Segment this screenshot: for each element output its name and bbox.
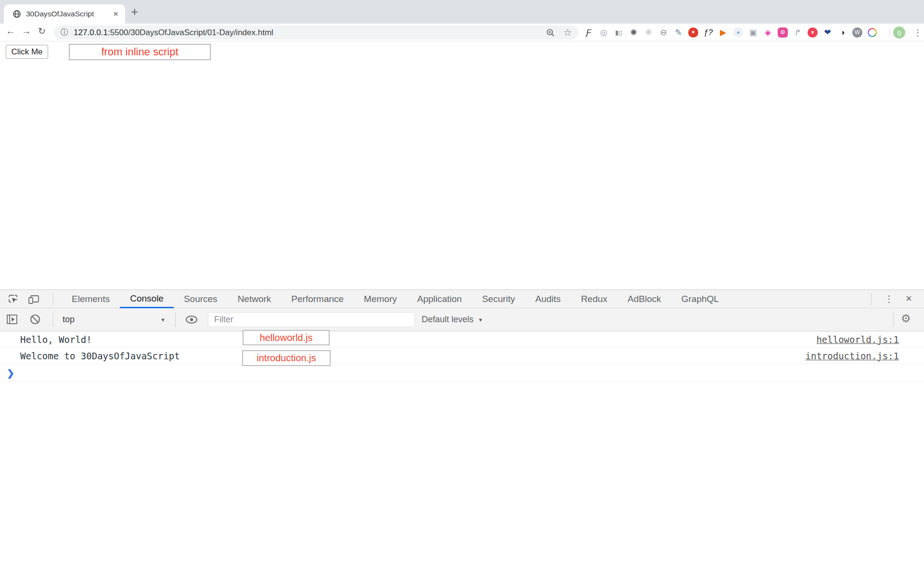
console-message-text: Welcome to 30DaysOfJavaScript [20,351,806,361]
console-prompt-chevron-icon: ❯ [7,368,14,379]
ext-dark-moon-icon[interactable]: ◑ [835,24,850,41]
execution-context-select[interactable]: top ▼ [57,308,171,331]
console-source-link[interactable]: helloworld.js:1 [816,334,899,345]
toolbar-separator [889,28,890,37]
devtools-close-icon[interactable]: × [906,292,912,305]
url-path: :5500/30DaysOfJavaScript/01-Day/index.ht… [108,28,273,37]
console-separator [53,312,53,327]
devtools-tab-audits[interactable]: Audits [525,290,571,308]
context-label: top [63,315,75,325]
browser-toolbar: ← → ↻ ⓘ 127.0.0.1:5500/30DaysOfJavaScrip… [0,24,924,41]
log-levels-label: Default levels [422,315,474,325]
devtools-tab-performance[interactable]: Performance [281,290,354,308]
chevron-down-icon: ▼ [160,317,166,323]
new-tab-button[interactable]: + [131,4,138,19]
ext-camera-icon[interactable]: ▣ [745,24,760,41]
console-message-row: Welcome to 30DaysOfJavaScriptintroductio… [0,348,924,364]
inline-script-box: from inline script [69,44,211,60]
ext-font-question-icon[interactable]: ƒ? [701,24,716,41]
ext-arrows-icon[interactable]: ↱ [790,24,805,41]
site-info-icon[interactable]: ⓘ [61,27,68,38]
browser-tab[interactable]: 30DaysOfJavaScript × [4,4,125,24]
ext-columns-icon[interactable]: ▮▯ [611,24,626,41]
devtools-tab-redux[interactable]: Redux [571,290,617,308]
chevron-down-icon: ▼ [478,317,483,323]
devtools-tab-sources[interactable]: Sources [174,290,228,308]
devtools-tab-security[interactable]: Security [472,290,526,308]
device-toolbar-icon[interactable] [27,293,40,305]
page-content: Click Me from inline script [0,42,924,289]
devtools-separator [871,293,872,305]
ext-graphql-icon[interactable]: ◈ [760,24,775,41]
ext-circled-dash-icon[interactable]: ⊖ [656,24,671,41]
clear-console-icon[interactable] [29,314,41,325]
url-host: 127.0.0.1 [74,28,108,37]
console-settings-gear-icon[interactable]: ⚙ [901,312,911,325]
bookmark-star-icon[interactable]: ☆ [564,27,572,38]
devtools-tab-memory[interactable]: Memory [354,290,407,308]
ext-megaphone-icon[interactable]: ▶ [716,24,731,41]
ext-target-icon[interactable]: ◎ [596,24,611,41]
browser-menu-icon[interactable]: ⋮ [913,27,922,38]
forward-icon[interactable]: → [22,26,31,37]
devtools-menu-icon[interactable]: ⋮ [885,293,894,304]
console-messages: Hello, World!helloworld.js:1Welcome to 3… [0,331,924,364]
console-separator [893,312,894,327]
address-bar[interactable]: ⓘ 127.0.0.1:5500/30DaysOfJavaScript/01-D… [54,26,578,39]
live-expression-eye-icon[interactable] [185,315,198,324]
globe-favicon-icon [13,10,21,18]
log-levels-select[interactable]: Default levels ▼ [422,308,483,331]
devtools-panel: ElementsConsoleSourcesNetworkPerformance… [0,289,924,578]
ext-fontface-icon[interactable]: Ƒ [581,24,596,41]
click-me-button[interactable]: Click Me [6,45,48,59]
profile-avatar[interactable]: {} [893,26,905,39]
ext-gear-box-icon[interactable]: ⚙ [775,24,790,41]
inspect-element-icon[interactable] [7,293,19,305]
devtools-tab-elements[interactable]: Elements [62,290,120,308]
ext-color-ring-icon[interactable] [865,24,880,41]
devtools-tab-network[interactable]: Network [228,290,282,308]
devtools-tab-graphql[interactable]: GraphQL [671,290,729,308]
reload-icon[interactable]: ↻ [38,26,46,37]
ext-flower-icon[interactable]: ❋ [641,24,656,41]
console-toolbar: top ▼ Default levels ▼ ⚙ [0,308,924,331]
console-source-link[interactable]: introduction.js:1 [806,351,899,361]
devtools-separator [53,293,53,305]
ext-eyedropper-icon[interactable]: ✎ [671,24,686,41]
ext-heart-search-icon[interactable]: ❤ [820,24,835,41]
tab-close-icon[interactable]: × [111,9,120,19]
devtools-tab-adblock[interactable]: AdBlock [617,290,671,308]
console-sidebar-toggle-icon[interactable] [6,314,18,325]
browser-tab-strip: 30DaysOfJavaScript × + [0,0,924,24]
browser-window: 30DaysOfJavaScript × + ← → ↻ ⓘ 127.0.0.1… [0,0,924,578]
devtools-tab-bar: ElementsConsoleSourcesNetworkPerformance… [0,290,924,308]
console-message-row: Hello, World!helloworld.js:1 [0,331,924,348]
tab-title: 30DaysOfJavaScript [26,10,111,18]
console-filter-input[interactable] [208,312,415,327]
ext-pocket-icon[interactable]: ▾ [805,24,820,41]
url-text: 127.0.0.1:5500/30DaysOfJavaScript/01-Day… [74,28,546,38]
ext-bug-icon[interactable]: ✺ [626,24,641,41]
devtools-tab-application[interactable]: Application [407,290,472,308]
extensions-bar: Ƒ◎▮▯✺❋⊖✎✶ƒ?▶◕▣◈⚙↱▾❤◑W [581,24,880,41]
annotation-introduction: introduction.js [242,350,331,366]
devtools-tab-console[interactable]: Console [120,290,174,308]
ext-wappalyzer-icon[interactable]: W [850,24,865,41]
ext-swirl-icon[interactable]: ◕ [731,24,745,41]
devtools-tabs: ElementsConsoleSourcesNetworkPerformance… [62,290,729,308]
zoom-icon[interactable] [546,28,555,37]
console-message-text: Hello, World! [20,334,816,345]
console-prompt-row[interactable]: ❯ [0,364,924,382]
ext-stop-hand-icon[interactable]: ✶ [686,24,701,41]
console-separator [175,312,176,327]
annotation-helloworld: helloworld.js [243,330,330,345]
back-icon[interactable]: ← [6,26,15,37]
